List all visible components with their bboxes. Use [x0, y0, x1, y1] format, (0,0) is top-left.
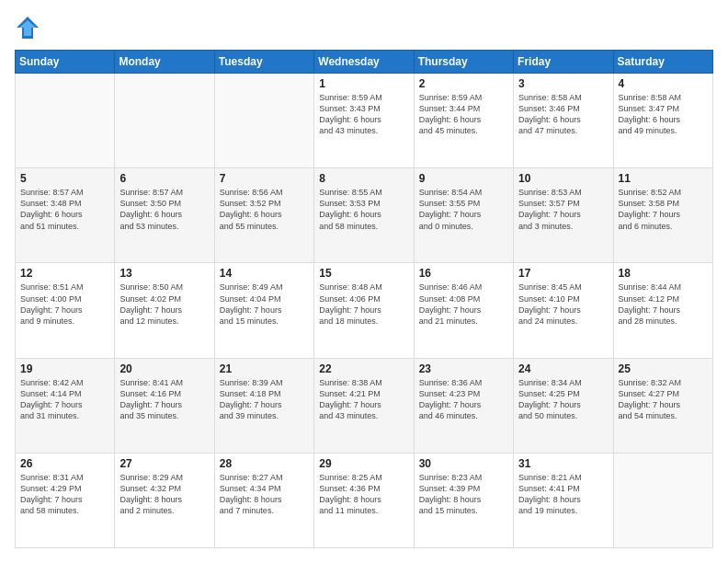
week-row-3: 19Sunrise: 8:42 AM Sunset: 4:14 PM Dayli…	[16, 358, 713, 453]
calendar-cell: 25Sunrise: 8:32 AM Sunset: 4:27 PM Dayli…	[613, 358, 712, 453]
day-info: Sunrise: 8:44 AM Sunset: 4:12 PM Dayligh…	[619, 282, 708, 327]
calendar-cell: 15Sunrise: 8:48 AM Sunset: 4:06 PM Dayli…	[314, 263, 414, 358]
day-number: 16	[419, 267, 508, 280]
day-number: 8	[319, 172, 408, 185]
day-info: Sunrise: 8:38 AM Sunset: 4:21 PM Dayligh…	[319, 377, 408, 422]
day-info: Sunrise: 8:58 AM Sunset: 3:46 PM Dayligh…	[518, 92, 608, 137]
calendar-cell: 30Sunrise: 8:23 AM Sunset: 4:39 PM Dayli…	[414, 453, 513, 547]
day-info: Sunrise: 8:58 AM Sunset: 3:47 PM Dayligh…	[619, 92, 708, 137]
logo	[15, 15, 44, 40]
weekday-header-saturday: Saturday	[613, 51, 712, 74]
day-info: Sunrise: 8:57 AM Sunset: 3:50 PM Dayligh…	[119, 187, 209, 232]
weekday-header-sunday: Sunday	[16, 51, 115, 74]
calendar-cell: 6Sunrise: 8:57 AM Sunset: 3:50 PM Daylig…	[115, 168, 214, 263]
weekday-header-row: SundayMondayTuesdayWednesdayThursdayFrid…	[16, 51, 713, 74]
day-number: 13	[119, 267, 209, 280]
header	[15, 15, 713, 40]
day-info: Sunrise: 8:49 AM Sunset: 4:04 PM Dayligh…	[220, 282, 309, 327]
day-info: Sunrise: 8:53 AM Sunset: 3:57 PM Dayligh…	[518, 187, 608, 232]
calendar-cell: 21Sunrise: 8:39 AM Sunset: 4:18 PM Dayli…	[214, 358, 313, 453]
day-number: 17	[518, 267, 608, 280]
day-number: 9	[419, 172, 508, 185]
weekday-header-thursday: Thursday	[414, 51, 513, 74]
day-number: 7	[220, 172, 309, 185]
day-info: Sunrise: 8:59 AM Sunset: 3:43 PM Dayligh…	[319, 92, 408, 137]
calendar-cell	[115, 74, 214, 168]
calendar-cell	[16, 74, 115, 168]
weekday-header-tuesday: Tuesday	[214, 51, 313, 74]
day-number: 11	[619, 172, 708, 185]
calendar-cell: 1Sunrise: 8:59 AM Sunset: 3:43 PM Daylig…	[314, 74, 414, 168]
calendar-cell: 16Sunrise: 8:46 AM Sunset: 4:08 PM Dayli…	[414, 263, 513, 358]
day-info: Sunrise: 8:27 AM Sunset: 4:34 PM Dayligh…	[220, 472, 309, 517]
day-number: 3	[518, 77, 608, 90]
calendar-cell: 26Sunrise: 8:31 AM Sunset: 4:29 PM Dayli…	[16, 453, 115, 547]
calendar-cell: 7Sunrise: 8:56 AM Sunset: 3:52 PM Daylig…	[214, 168, 313, 263]
weekday-header-wednesday: Wednesday	[314, 51, 414, 74]
calendar-cell: 29Sunrise: 8:25 AM Sunset: 4:36 PM Dayli…	[314, 453, 414, 547]
day-number: 20	[119, 362, 209, 375]
calendar-cell: 11Sunrise: 8:52 AM Sunset: 3:58 PM Dayli…	[613, 168, 712, 263]
calendar: SundayMondayTuesdayWednesdayThursdayFrid…	[15, 50, 713, 548]
calendar-cell: 13Sunrise: 8:50 AM Sunset: 4:02 PM Dayli…	[115, 263, 214, 358]
day-info: Sunrise: 8:54 AM Sunset: 3:55 PM Dayligh…	[419, 187, 508, 232]
calendar-cell: 17Sunrise: 8:45 AM Sunset: 4:10 PM Dayli…	[514, 263, 613, 358]
day-info: Sunrise: 8:51 AM Sunset: 4:00 PM Dayligh…	[20, 282, 109, 327]
weekday-header-friday: Friday	[514, 51, 613, 74]
day-info: Sunrise: 8:45 AM Sunset: 4:10 PM Dayligh…	[518, 282, 608, 327]
calendar-cell: 31Sunrise: 8:21 AM Sunset: 4:41 PM Dayli…	[514, 453, 613, 547]
day-number: 6	[119, 172, 209, 185]
calendar-cell: 8Sunrise: 8:55 AM Sunset: 3:53 PM Daylig…	[314, 168, 414, 263]
day-info: Sunrise: 8:46 AM Sunset: 4:08 PM Dayligh…	[419, 282, 508, 327]
day-info: Sunrise: 8:57 AM Sunset: 3:48 PM Dayligh…	[20, 187, 109, 232]
day-info: Sunrise: 8:32 AM Sunset: 4:27 PM Dayligh…	[619, 377, 708, 422]
calendar-cell: 20Sunrise: 8:41 AM Sunset: 4:16 PM Dayli…	[115, 358, 214, 453]
day-info: Sunrise: 8:39 AM Sunset: 4:18 PM Dayligh…	[220, 377, 309, 422]
day-info: Sunrise: 8:36 AM Sunset: 4:23 PM Dayligh…	[419, 377, 508, 422]
calendar-cell: 12Sunrise: 8:51 AM Sunset: 4:00 PM Dayli…	[16, 263, 115, 358]
day-number: 21	[220, 362, 309, 375]
day-info: Sunrise: 8:42 AM Sunset: 4:14 PM Dayligh…	[20, 377, 109, 422]
week-row-1: 5Sunrise: 8:57 AM Sunset: 3:48 PM Daylig…	[16, 168, 713, 263]
day-number: 31	[518, 457, 608, 470]
day-number: 23	[419, 362, 508, 375]
calendar-cell: 10Sunrise: 8:53 AM Sunset: 3:57 PM Dayli…	[514, 168, 613, 263]
calendar-cell: 4Sunrise: 8:58 AM Sunset: 3:47 PM Daylig…	[613, 74, 712, 168]
calendar-cell: 2Sunrise: 8:59 AM Sunset: 3:44 PM Daylig…	[414, 74, 513, 168]
day-number: 12	[20, 267, 109, 280]
calendar-cell: 22Sunrise: 8:38 AM Sunset: 4:21 PM Dayli…	[314, 358, 414, 453]
day-number: 4	[619, 77, 708, 90]
day-info: Sunrise: 8:29 AM Sunset: 4:32 PM Dayligh…	[119, 472, 209, 517]
calendar-cell: 5Sunrise: 8:57 AM Sunset: 3:48 PM Daylig…	[16, 168, 115, 263]
week-row-4: 26Sunrise: 8:31 AM Sunset: 4:29 PM Dayli…	[16, 453, 713, 547]
day-info: Sunrise: 8:23 AM Sunset: 4:39 PM Dayligh…	[419, 472, 508, 517]
day-number: 19	[20, 362, 109, 375]
day-number: 18	[619, 267, 708, 280]
day-info: Sunrise: 8:41 AM Sunset: 4:16 PM Dayligh…	[119, 377, 209, 422]
day-info: Sunrise: 8:52 AM Sunset: 3:58 PM Dayligh…	[619, 187, 708, 232]
day-info: Sunrise: 8:56 AM Sunset: 3:52 PM Dayligh…	[220, 187, 309, 232]
calendar-cell: 28Sunrise: 8:27 AM Sunset: 4:34 PM Dayli…	[214, 453, 313, 547]
day-info: Sunrise: 8:55 AM Sunset: 3:53 PM Dayligh…	[319, 187, 408, 232]
calendar-cell	[214, 74, 313, 168]
calendar-cell: 27Sunrise: 8:29 AM Sunset: 4:32 PM Dayli…	[115, 453, 214, 547]
day-info: Sunrise: 8:31 AM Sunset: 4:29 PM Dayligh…	[20, 472, 109, 517]
day-info: Sunrise: 8:34 AM Sunset: 4:25 PM Dayligh…	[518, 377, 608, 422]
day-number: 30	[419, 457, 508, 470]
week-row-0: 1Sunrise: 8:59 AM Sunset: 3:43 PM Daylig…	[16, 74, 713, 168]
day-number: 10	[518, 172, 608, 185]
day-number: 2	[419, 77, 508, 90]
calendar-cell: 24Sunrise: 8:34 AM Sunset: 4:25 PM Dayli…	[514, 358, 613, 453]
calendar-cell: 18Sunrise: 8:44 AM Sunset: 4:12 PM Dayli…	[613, 263, 712, 358]
calendar-cell: 14Sunrise: 8:49 AM Sunset: 4:04 PM Dayli…	[214, 263, 313, 358]
day-number: 26	[20, 457, 109, 470]
day-info: Sunrise: 8:50 AM Sunset: 4:02 PM Dayligh…	[119, 282, 209, 327]
day-number: 22	[319, 362, 408, 375]
weekday-header-monday: Monday	[115, 51, 214, 74]
day-number: 27	[119, 457, 209, 470]
day-number: 5	[20, 172, 109, 185]
day-number: 25	[619, 362, 708, 375]
calendar-cell: 3Sunrise: 8:58 AM Sunset: 3:46 PM Daylig…	[514, 74, 613, 168]
calendar-cell: 19Sunrise: 8:42 AM Sunset: 4:14 PM Dayli…	[16, 358, 115, 453]
logo-icon	[15, 15, 40, 40]
